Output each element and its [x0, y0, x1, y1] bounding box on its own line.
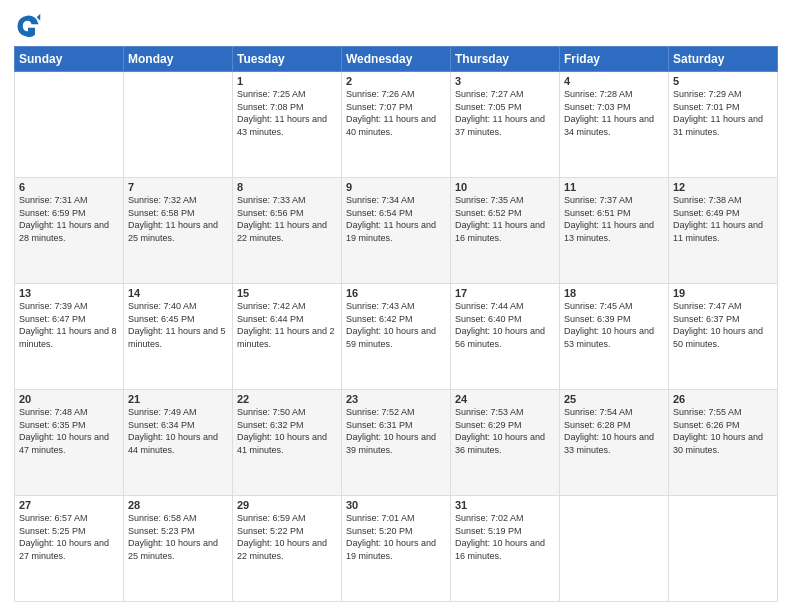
logo-icon — [14, 12, 42, 40]
calendar-cell: 14Sunrise: 7:40 AM Sunset: 6:45 PM Dayli… — [124, 284, 233, 390]
day-info: Sunrise: 7:39 AM Sunset: 6:47 PM Dayligh… — [19, 300, 119, 350]
day-number: 20 — [19, 393, 119, 405]
calendar-cell: 5Sunrise: 7:29 AM Sunset: 7:01 PM Daylig… — [669, 72, 778, 178]
day-info: Sunrise: 7:53 AM Sunset: 6:29 PM Dayligh… — [455, 406, 555, 456]
calendar-cell: 7Sunrise: 7:32 AM Sunset: 6:58 PM Daylig… — [124, 178, 233, 284]
day-info: Sunrise: 7:48 AM Sunset: 6:35 PM Dayligh… — [19, 406, 119, 456]
calendar-week-row: 20Sunrise: 7:48 AM Sunset: 6:35 PM Dayli… — [15, 390, 778, 496]
day-number: 24 — [455, 393, 555, 405]
calendar-week-row: 27Sunrise: 6:57 AM Sunset: 5:25 PM Dayli… — [15, 496, 778, 602]
day-number: 8 — [237, 181, 337, 193]
calendar-cell: 21Sunrise: 7:49 AM Sunset: 6:34 PM Dayli… — [124, 390, 233, 496]
day-number: 5 — [673, 75, 773, 87]
day-number: 10 — [455, 181, 555, 193]
calendar-table: SundayMondayTuesdayWednesdayThursdayFrid… — [14, 46, 778, 602]
calendar-cell: 3Sunrise: 7:27 AM Sunset: 7:05 PM Daylig… — [451, 72, 560, 178]
day-info: Sunrise: 7:55 AM Sunset: 6:26 PM Dayligh… — [673, 406, 773, 456]
calendar-cell: 9Sunrise: 7:34 AM Sunset: 6:54 PM Daylig… — [342, 178, 451, 284]
day-number: 7 — [128, 181, 228, 193]
calendar-cell: 24Sunrise: 7:53 AM Sunset: 6:29 PM Dayli… — [451, 390, 560, 496]
day-info: Sunrise: 7:01 AM Sunset: 5:20 PM Dayligh… — [346, 512, 446, 562]
day-number: 12 — [673, 181, 773, 193]
day-number: 19 — [673, 287, 773, 299]
day-number: 22 — [237, 393, 337, 405]
day-number: 13 — [19, 287, 119, 299]
calendar-cell — [124, 72, 233, 178]
calendar-cell: 20Sunrise: 7:48 AM Sunset: 6:35 PM Dayli… — [15, 390, 124, 496]
day-info: Sunrise: 7:32 AM Sunset: 6:58 PM Dayligh… — [128, 194, 228, 244]
calendar-cell: 27Sunrise: 6:57 AM Sunset: 5:25 PM Dayli… — [15, 496, 124, 602]
day-info: Sunrise: 7:29 AM Sunset: 7:01 PM Dayligh… — [673, 88, 773, 138]
weekday-header: Sunday — [15, 47, 124, 72]
day-info: Sunrise: 7:31 AM Sunset: 6:59 PM Dayligh… — [19, 194, 119, 244]
weekday-header: Tuesday — [233, 47, 342, 72]
day-info: Sunrise: 6:59 AM Sunset: 5:22 PM Dayligh… — [237, 512, 337, 562]
day-info: Sunrise: 7:47 AM Sunset: 6:37 PM Dayligh… — [673, 300, 773, 350]
calendar-cell: 30Sunrise: 7:01 AM Sunset: 5:20 PM Dayli… — [342, 496, 451, 602]
day-info: Sunrise: 7:02 AM Sunset: 5:19 PM Dayligh… — [455, 512, 555, 562]
calendar-cell: 2Sunrise: 7:26 AM Sunset: 7:07 PM Daylig… — [342, 72, 451, 178]
calendar-cell: 17Sunrise: 7:44 AM Sunset: 6:40 PM Dayli… — [451, 284, 560, 390]
day-info: Sunrise: 7:27 AM Sunset: 7:05 PM Dayligh… — [455, 88, 555, 138]
day-number: 31 — [455, 499, 555, 511]
day-info: Sunrise: 7:43 AM Sunset: 6:42 PM Dayligh… — [346, 300, 446, 350]
day-number: 1 — [237, 75, 337, 87]
calendar-cell: 15Sunrise: 7:42 AM Sunset: 6:44 PM Dayli… — [233, 284, 342, 390]
calendar-cell: 28Sunrise: 6:58 AM Sunset: 5:23 PM Dayli… — [124, 496, 233, 602]
calendar-cell: 12Sunrise: 7:38 AM Sunset: 6:49 PM Dayli… — [669, 178, 778, 284]
day-number: 15 — [237, 287, 337, 299]
weekday-header: Wednesday — [342, 47, 451, 72]
calendar-week-row: 13Sunrise: 7:39 AM Sunset: 6:47 PM Dayli… — [15, 284, 778, 390]
calendar-cell: 23Sunrise: 7:52 AM Sunset: 6:31 PM Dayli… — [342, 390, 451, 496]
calendar-cell: 6Sunrise: 7:31 AM Sunset: 6:59 PM Daylig… — [15, 178, 124, 284]
header — [14, 10, 778, 40]
day-info: Sunrise: 7:28 AM Sunset: 7:03 PM Dayligh… — [564, 88, 664, 138]
day-number: 27 — [19, 499, 119, 511]
day-number: 6 — [19, 181, 119, 193]
calendar-cell: 10Sunrise: 7:35 AM Sunset: 6:52 PM Dayli… — [451, 178, 560, 284]
weekday-header: Monday — [124, 47, 233, 72]
day-info: Sunrise: 7:25 AM Sunset: 7:08 PM Dayligh… — [237, 88, 337, 138]
day-info: Sunrise: 7:49 AM Sunset: 6:34 PM Dayligh… — [128, 406, 228, 456]
calendar-cell: 29Sunrise: 6:59 AM Sunset: 5:22 PM Dayli… — [233, 496, 342, 602]
weekday-header: Friday — [560, 47, 669, 72]
calendar-week-row: 6Sunrise: 7:31 AM Sunset: 6:59 PM Daylig… — [15, 178, 778, 284]
calendar-cell: 11Sunrise: 7:37 AM Sunset: 6:51 PM Dayli… — [560, 178, 669, 284]
day-number: 30 — [346, 499, 446, 511]
day-info: Sunrise: 7:40 AM Sunset: 6:45 PM Dayligh… — [128, 300, 228, 350]
day-number: 3 — [455, 75, 555, 87]
weekday-header: Saturday — [669, 47, 778, 72]
day-info: Sunrise: 7:34 AM Sunset: 6:54 PM Dayligh… — [346, 194, 446, 244]
calendar-cell: 18Sunrise: 7:45 AM Sunset: 6:39 PM Dayli… — [560, 284, 669, 390]
calendar-cell — [560, 496, 669, 602]
calendar-cell: 25Sunrise: 7:54 AM Sunset: 6:28 PM Dayli… — [560, 390, 669, 496]
calendar-cell: 8Sunrise: 7:33 AM Sunset: 6:56 PM Daylig… — [233, 178, 342, 284]
day-number: 25 — [564, 393, 664, 405]
day-number: 18 — [564, 287, 664, 299]
day-number: 9 — [346, 181, 446, 193]
day-number: 17 — [455, 287, 555, 299]
day-number: 28 — [128, 499, 228, 511]
day-number: 26 — [673, 393, 773, 405]
calendar-week-row: 1Sunrise: 7:25 AM Sunset: 7:08 PM Daylig… — [15, 72, 778, 178]
day-info: Sunrise: 6:58 AM Sunset: 5:23 PM Dayligh… — [128, 512, 228, 562]
calendar-cell: 16Sunrise: 7:43 AM Sunset: 6:42 PM Dayli… — [342, 284, 451, 390]
day-info: Sunrise: 7:37 AM Sunset: 6:51 PM Dayligh… — [564, 194, 664, 244]
day-number: 14 — [128, 287, 228, 299]
calendar-cell: 22Sunrise: 7:50 AM Sunset: 6:32 PM Dayli… — [233, 390, 342, 496]
day-info: Sunrise: 7:35 AM Sunset: 6:52 PM Dayligh… — [455, 194, 555, 244]
day-info: Sunrise: 7:54 AM Sunset: 6:28 PM Dayligh… — [564, 406, 664, 456]
day-info: Sunrise: 7:42 AM Sunset: 6:44 PM Dayligh… — [237, 300, 337, 350]
day-info: Sunrise: 7:38 AM Sunset: 6:49 PM Dayligh… — [673, 194, 773, 244]
day-info: Sunrise: 7:33 AM Sunset: 6:56 PM Dayligh… — [237, 194, 337, 244]
calendar-cell: 19Sunrise: 7:47 AM Sunset: 6:37 PM Dayli… — [669, 284, 778, 390]
day-number: 23 — [346, 393, 446, 405]
day-info: Sunrise: 7:45 AM Sunset: 6:39 PM Dayligh… — [564, 300, 664, 350]
calendar-cell: 13Sunrise: 7:39 AM Sunset: 6:47 PM Dayli… — [15, 284, 124, 390]
day-info: Sunrise: 7:26 AM Sunset: 7:07 PM Dayligh… — [346, 88, 446, 138]
weekday-header: Thursday — [451, 47, 560, 72]
day-number: 21 — [128, 393, 228, 405]
calendar-cell — [15, 72, 124, 178]
calendar-cell — [669, 496, 778, 602]
logo — [14, 10, 42, 40]
